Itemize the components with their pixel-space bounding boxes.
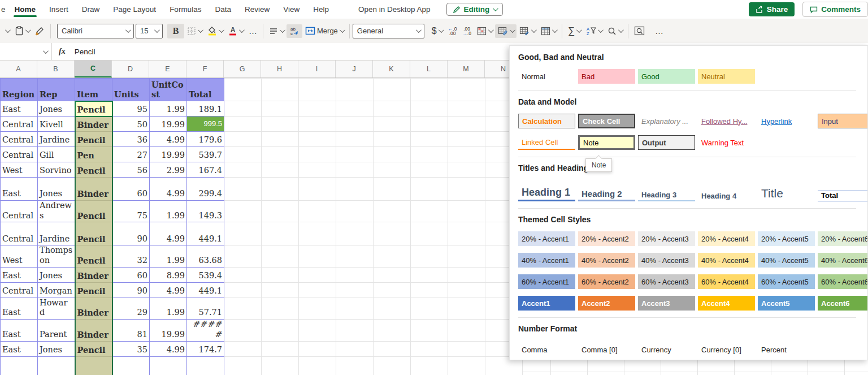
cell-style-swatch[interactable]: Linked Cell xyxy=(518,135,575,150)
cell-region[interactable]: Central xyxy=(1,356,38,375)
column-header[interactable]: C xyxy=(75,61,112,77)
cell-style-swatch[interactable]: 20% - Accent1 xyxy=(518,231,575,246)
cell-unitcost[interactable]: 4.99 xyxy=(150,341,187,356)
cell-style-swatch[interactable]: Comma [0] xyxy=(578,342,635,357)
cell-total[interactable]: 63.68 xyxy=(187,245,224,267)
cell-style-swatch[interactable]: Accent3 xyxy=(638,296,695,311)
cell-item[interactable]: Pencil xyxy=(75,245,112,267)
cell-item[interactable]: Pencil xyxy=(75,222,112,245)
format-painter-button[interactable] xyxy=(32,24,47,38)
header-cell-region[interactable]: Region xyxy=(1,79,38,101)
cell-total[interactable]: 449.1 xyxy=(187,222,224,245)
column-header[interactable]: I xyxy=(298,61,336,77)
cell-rep[interactable]: Jones xyxy=(38,178,75,201)
cell-style-swatch[interactable]: Explanatory ... xyxy=(638,114,695,128)
cell-total[interactable]: ##### xyxy=(187,320,224,341)
header-cell-units[interactable]: Units xyxy=(112,79,150,101)
cell-units[interactable]: 36 xyxy=(112,132,150,147)
cell-style-swatch[interactable]: Warning Text xyxy=(698,135,755,150)
cell-style-swatch[interactable]: 40% - Accent1 xyxy=(518,253,575,268)
ribbon-more-button[interactable]: … xyxy=(652,24,666,38)
find-select-button[interactable] xyxy=(631,24,648,38)
cell-unitcost[interactable]: 1.99 xyxy=(150,245,187,267)
cell-style-swatch[interactable]: Percent xyxy=(758,342,815,357)
cell-item[interactable]: Pen xyxy=(75,147,112,162)
cell-style-swatch[interactable]: Accent1 xyxy=(518,296,575,311)
autosum-button[interactable]: ∑ xyxy=(565,23,583,39)
font-color-button[interactable]: A xyxy=(225,24,246,38)
cell-units[interactable]: 2 xyxy=(112,356,150,375)
more-font-options-button[interactable]: … xyxy=(246,24,260,38)
cell-style-swatch[interactable]: Currency [0] xyxy=(698,342,755,357)
cell-unitcost[interactable]: 4.99 xyxy=(150,132,187,147)
cell-style-swatch[interactable]: Heading 4 xyxy=(698,192,755,201)
column-header[interactable]: D xyxy=(112,61,149,77)
cell-style-swatch[interactable]: Currency xyxy=(638,342,695,357)
cell-total[interactable]: 179.6 xyxy=(187,132,224,147)
cell-units[interactable]: 35 xyxy=(112,341,150,356)
cell-style-swatch[interactable]: Input xyxy=(818,114,868,128)
paste-button[interactable] xyxy=(12,24,32,38)
cell-item[interactable]: Pencil xyxy=(75,162,112,178)
cell-total[interactable]: 149.3 xyxy=(187,201,224,222)
cell-style-swatch[interactable]: 60% - Accent1 xyxy=(518,274,575,289)
cell-rep[interactable]: Smith xyxy=(38,356,75,375)
cell-style-swatch[interactable]: Comma xyxy=(518,342,575,357)
cell-region[interactable]: East xyxy=(1,101,38,117)
cell-style-swatch[interactable]: Check Cell xyxy=(578,114,635,128)
cell-units[interactable]: 60 xyxy=(112,178,150,201)
cell-item[interactable]: Desk xyxy=(75,356,112,375)
column-header[interactable]: L xyxy=(410,61,448,77)
column-header[interactable]: K xyxy=(373,61,410,77)
cell-total[interactable]: 250 xyxy=(187,356,224,375)
cell-unitcost[interactable]: 1.99 xyxy=(150,298,187,319)
cell-style-swatch[interactable]: 20% - Accent4 xyxy=(698,231,755,246)
cell-style-swatch[interactable]: 60% - Accent5 xyxy=(758,274,815,289)
bold-button[interactable]: B xyxy=(167,24,184,38)
cell-style-swatch[interactable]: 40% - Accent5 xyxy=(758,253,815,268)
cell-item[interactable]: Binder xyxy=(75,320,112,341)
menu-tab[interactable]: Formulas xyxy=(163,1,208,18)
cell-style-swatch[interactable]: Normal xyxy=(518,69,575,84)
open-in-desktop-link[interactable]: Open in Desktop App xyxy=(358,5,431,14)
cell-style-swatch[interactable]: 40% - Accent4 xyxy=(698,253,755,268)
cell-style-swatch[interactable]: Followed Hy... xyxy=(698,114,755,128)
cell-rep[interactable]: Jones xyxy=(38,341,75,356)
cell-style-swatch[interactable]: 20% - Accent5 xyxy=(758,231,815,246)
cell-region[interactable]: Central xyxy=(1,132,38,147)
cell-item[interactable]: Pencil xyxy=(75,341,112,356)
cell-units[interactable]: 32 xyxy=(112,245,150,267)
cell-item[interactable]: Binder xyxy=(75,178,112,201)
cell-style-swatch[interactable]: Calculation xyxy=(518,114,575,128)
cell-unitcost[interactable]: 19.99 xyxy=(150,117,187,132)
cell-style-swatch[interactable]: Output xyxy=(638,135,695,150)
cell-style-swatch[interactable]: 40% - Accent6 xyxy=(818,253,868,268)
cell-region[interactable]: Central xyxy=(1,117,38,132)
cell-style-swatch[interactable]: Neutral xyxy=(698,69,755,84)
cell-item[interactable]: Pencil xyxy=(75,282,112,298)
cell-total[interactable]: 299.4 xyxy=(187,178,224,201)
cell-units[interactable]: 90 xyxy=(112,222,150,245)
cell-style-swatch[interactable]: 40% - Accent2 xyxy=(578,253,635,268)
menu-tab[interactable]: Data xyxy=(208,1,238,18)
column-header[interactable]: H xyxy=(261,61,298,77)
cell-units[interactable]: 29 xyxy=(112,298,150,319)
cell-style-swatch[interactable]: Bad xyxy=(578,69,635,84)
cell-rep[interactable]: Jones xyxy=(38,267,75,282)
header-cell-total[interactable]: Total xyxy=(187,79,224,101)
cell-total[interactable]: 999.5 xyxy=(187,117,224,132)
cell-unitcost[interactable]: 4.99 xyxy=(150,282,187,298)
cell-style-swatch[interactable]: Heading 3 xyxy=(638,191,695,201)
column-header[interactable]: J xyxy=(336,61,373,77)
cell-total[interactable]: 167.4 xyxy=(187,162,224,178)
cell-style-swatch[interactable]: 60% - Accent4 xyxy=(698,274,755,289)
cell-rep[interactable]: Morgan xyxy=(38,282,75,298)
number-format-select[interactable]: General xyxy=(353,24,424,38)
sort-filter-button[interactable]: A Z xyxy=(583,24,605,38)
cell-unitcost[interactable]: 4.99 xyxy=(150,222,187,245)
column-header[interactable]: G xyxy=(224,61,261,77)
cell-rep[interactable]: Jardine xyxy=(38,132,75,147)
find-button[interactable] xyxy=(605,24,625,38)
menu-tab[interactable]: Draw xyxy=(75,1,107,18)
cell-style-swatch[interactable]: 20% - Accent2 xyxy=(578,231,635,246)
